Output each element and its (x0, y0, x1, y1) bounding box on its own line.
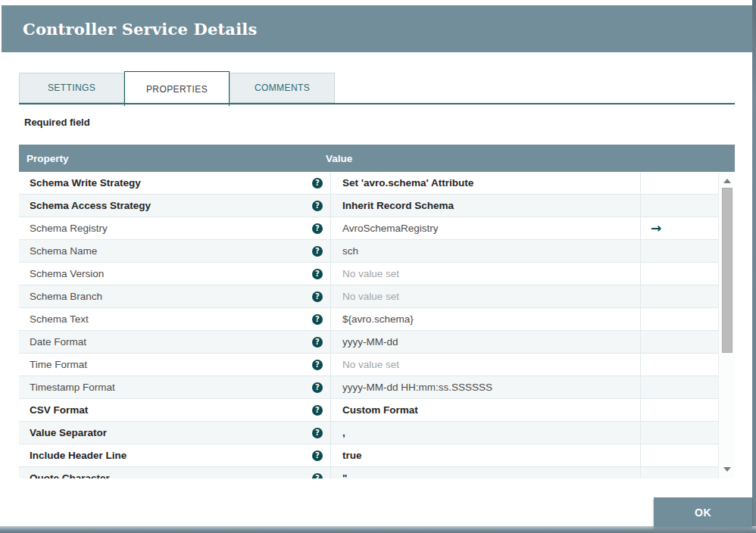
row-action-cell (641, 331, 718, 353)
controller-service-details-dialog: Controller Service Details SETTINGS PROP… (2, 5, 752, 526)
property-name-cell: Date Format? (19, 331, 331, 353)
row-action-cell (641, 354, 718, 376)
table-row: Date Format?yyyy-MM-dd (19, 331, 718, 354)
property-name: Value Separator (30, 427, 107, 438)
help-icon[interactable]: ? (312, 450, 323, 461)
property-value: AvroSchemaRegistry (342, 223, 439, 234)
property-value-unset: No value set (342, 291, 399, 302)
tab-bar: SETTINGS PROPERTIES COMMENTS (19, 73, 335, 103)
property-name: Schema Registry (30, 223, 108, 234)
property-value: Inherit Record Schema (342, 200, 454, 211)
property-name: Schema Write Strategy (30, 177, 141, 189)
property-name-cell: Schema Registry? (19, 217, 331, 239)
property-name-cell: CSV Format? (19, 399, 331, 421)
property-value-cell: Custom Format (331, 399, 641, 421)
property-value-cell: AvroSchemaRegistry (331, 217, 641, 239)
screen: Controller Service Details SETTINGS PROP… (0, 0, 756, 533)
property-value-cell: Set 'avro.schema' Attribute (331, 172, 641, 194)
property-value: true (342, 450, 362, 461)
property-value-unset: No value set (342, 268, 399, 279)
dialog-header: Controller Service Details (2, 5, 752, 52)
ok-button-label: OK (695, 507, 711, 519)
tab-properties[interactable]: PROPERTIES (124, 71, 230, 106)
table-row: Schema Registry?AvroSchemaRegistry→ (19, 217, 718, 240)
property-name: Time Format (30, 359, 87, 370)
table-scrollbar[interactable] (718, 172, 735, 478)
properties-table-header: Property Value (19, 145, 735, 172)
tab-settings[interactable]: SETTINGS (19, 73, 124, 103)
property-name: Include Header Line (30, 450, 127, 461)
help-icon[interactable]: ? (312, 405, 323, 416)
property-name: Schema Name (30, 245, 97, 257)
background-page-right-sliver (752, 0, 756, 533)
property-value-cell: , (331, 422, 641, 444)
table-row: Timestamp Format?yyyy-MM-dd HH:mm:ss.SSS… (19, 376, 718, 399)
scroll-down-button[interactable] (719, 463, 735, 475)
help-icon[interactable]: ? (312, 201, 323, 211)
row-action-cell: → (641, 217, 718, 239)
tab-properties-label: PROPERTIES (146, 84, 208, 95)
tab-comments[interactable]: COMMENTS (230, 73, 335, 103)
table-row: Schema Name?sch (19, 240, 718, 263)
property-value: Custom Format (342, 404, 418, 416)
table-row: Schema Branch?No value set (19, 285, 718, 308)
tab-comments-label: COMMENTS (255, 83, 310, 93)
scroll-down-icon (723, 467, 731, 472)
property-name-cell: Timestamp Format? (19, 376, 331, 398)
property-name: Date Format (30, 336, 86, 348)
property-name-cell: Schema Access Strategy? (19, 195, 331, 217)
property-name-cell: Value Separator? (19, 422, 331, 444)
row-action-cell (641, 376, 718, 398)
property-value-cell: No value set (331, 263, 641, 285)
row-action-cell (641, 285, 718, 307)
properties-rows: Schema Write Strategy?Set 'avro.schema' … (19, 172, 718, 478)
help-icon[interactable]: ? (312, 178, 323, 189)
row-action-cell (641, 263, 718, 285)
property-value: Set 'avro.schema' Attribute (342, 177, 473, 189)
property-name-cell: Schema Text? (19, 308, 331, 330)
help-icon[interactable]: ? (312, 382, 323, 393)
table-row: CSV Format?Custom Format (19, 399, 718, 422)
property-name-cell: Schema Branch? (19, 285, 331, 307)
table-row: Time Format?No value set (19, 354, 718, 376)
help-icon[interactable]: ? (312, 314, 323, 325)
background-page-bottom-sliver (0, 526, 756, 533)
property-value-cell: " (331, 467, 641, 478)
properties-table-body: Schema Write Strategy?Set 'avro.schema' … (19, 172, 735, 478)
table-row: Schema Access Strategy?Inherit Record Sc… (19, 195, 718, 217)
table-row: Schema Text?${avro.schema} (19, 308, 718, 331)
row-action-cell (641, 467, 718, 478)
help-icon[interactable]: ? (312, 337, 323, 348)
help-icon[interactable]: ? (312, 269, 323, 279)
go-to-service-icon[interactable]: → (651, 222, 661, 235)
property-name-cell: Schema Name? (19, 240, 331, 262)
table-row: Schema Version?No value set (19, 263, 718, 285)
column-header-value: Value (326, 153, 352, 164)
help-icon[interactable]: ? (312, 223, 323, 234)
scroll-up-button[interactable] (719, 175, 735, 187)
property-value-unset: No value set (342, 359, 399, 370)
property-name-cell: Schema Version? (19, 263, 331, 285)
scrollbar-thumb[interactable] (722, 188, 733, 353)
help-icon[interactable]: ? (312, 428, 323, 438)
ok-button[interactable]: OK (654, 497, 752, 527)
help-icon[interactable]: ? (312, 473, 323, 479)
property-name: Timestamp Format (30, 382, 115, 393)
property-value-cell: Inherit Record Schema (331, 195, 641, 217)
help-icon[interactable]: ? (312, 246, 323, 257)
table-row: Quote Character?" (19, 467, 718, 478)
property-name: Schema Version (30, 268, 104, 279)
property-value: yyyy-MM-dd (342, 336, 398, 348)
column-header-property: Property (19, 153, 326, 164)
property-value: ${avro.schema} (342, 313, 414, 325)
help-icon[interactable]: ? (312, 360, 323, 370)
property-value-cell: yyyy-MM-dd (331, 331, 641, 353)
table-row: Include Header Line?true (19, 444, 718, 467)
row-action-cell (641, 172, 718, 194)
property-value: yyyy-MM-dd HH:mm:ss.SSSSSS (342, 382, 492, 393)
property-value-cell: ${avro.schema} (331, 308, 641, 330)
property-value-cell: No value set (331, 285, 641, 307)
row-action-cell (641, 308, 718, 330)
row-action-cell (641, 399, 718, 421)
help-icon[interactable]: ? (312, 291, 323, 302)
